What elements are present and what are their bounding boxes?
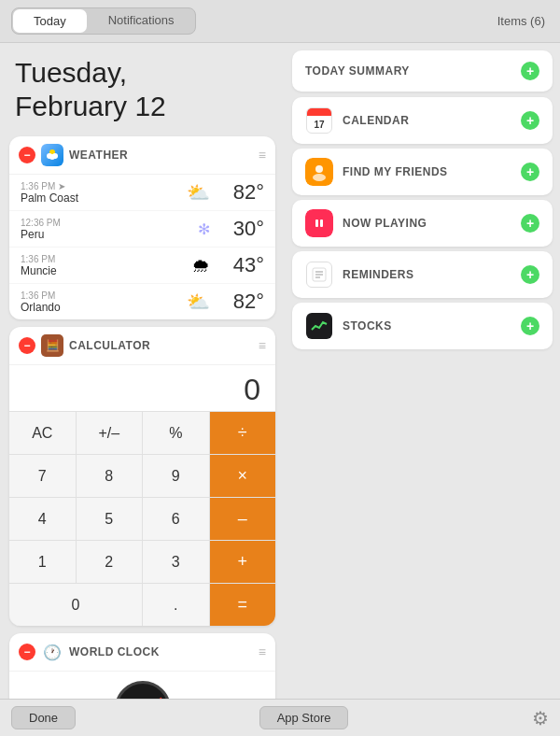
weather-remove-button[interactable]: − [19, 147, 35, 163]
date-header: Tuesday, February 12 [0, 43, 285, 133]
tab-bar: Today Notifications Items (6) [0, 0, 560, 43]
svg-point-6 [313, 174, 326, 181]
svg-rect-8 [315, 219, 318, 227]
tab-group: Today Notifications [11, 7, 196, 35]
today-summary-label: TODAY SUMMARY [305, 64, 521, 78]
svg-point-7 [312, 216, 327, 231]
worldclock-widget: − 🕐 WORLD CLOCK ≡ Paris [9, 633, 275, 701]
calc-2[interactable]: 2 [77, 541, 143, 583]
calculator-widget: − 🧮 CALCULATOR ≡ 0 AC +/– % ÷ 7 8 9 × [9, 327, 275, 626]
findmyfriends-label: FIND MY FRIENDS [343, 165, 521, 178]
calc-percent[interactable]: % [143, 412, 209, 454]
weather-row-2: 1:36 PM Muncie 🌧 43° [9, 248, 275, 284]
weather-widget: − WEATHER ≡ 1:36 PM ➤ Palm Co [9, 136, 275, 319]
today-summary-add-button[interactable]: + [521, 62, 539, 80]
calculator-widget-header: − 🧮 CALCULATOR ≡ [9, 327, 275, 365]
worldclock-header: − 🕐 WORLD CLOCK ≡ [9, 633, 275, 672]
right-panel: TODAY SUMMARY + 17 CALENDAR + [285, 43, 560, 701]
today-summary-header: TODAY SUMMARY + [292, 50, 553, 92]
weather-icon-1: ✻ [198, 220, 210, 238]
weather-row-0: 1:36 PM ➤ Palm Coast ⛅ 82° [9, 175, 275, 211]
calc-plus[interactable]: + [210, 541, 276, 583]
weather-row-3: 1:36 PM Orlando ⛅ 82° [9, 284, 275, 319]
calc-7[interactable]: 7 [9, 455, 76, 497]
calendar-icon: 17 [305, 106, 333, 134]
main-layout: Tuesday, February 12 − WEATHER ≡ [0, 43, 560, 701]
calc-ac[interactable]: AC [9, 412, 76, 454]
calculator-remove-button[interactable]: − [19, 337, 35, 354]
calc-5[interactable]: 5 [77, 498, 143, 540]
date-line2: February 12 [15, 90, 270, 123]
svg-point-5 [315, 165, 323, 173]
nowplaying-add-button[interactable]: + [521, 214, 539, 233]
weather-widget-header: − WEATHER ≡ [9, 136, 275, 175]
clock-container: Paris [9, 672, 275, 701]
stocks-icon [305, 312, 333, 340]
left-panel: Tuesday, February 12 − WEATHER ≡ [0, 43, 285, 701]
calc-8[interactable]: 8 [77, 455, 143, 497]
reminders-add-button[interactable]: + [521, 265, 539, 284]
svg-rect-4 [49, 156, 56, 159]
svg-rect-9 [320, 219, 323, 227]
right-item-stocks[interactable]: STOCKS + [292, 303, 553, 349]
nowplaying-label: NOW PLAYING [343, 217, 521, 230]
calc-3[interactable]: 3 [143, 541, 209, 583]
right-item-reminders[interactable]: REMINDERS + [292, 251, 553, 298]
calc-equals[interactable]: = [210, 584, 276, 626]
calc-divide[interactable]: ÷ [210, 412, 276, 454]
findmyfriends-icon [305, 158, 333, 186]
findmyfriends-add-button[interactable]: + [521, 163, 539, 181]
worldclock-icon: 🕐 [41, 641, 63, 663]
weather-icon-3: ⛅ [187, 290, 210, 313]
calc-0[interactable]: 0 [9, 584, 142, 626]
calc-plusminus[interactable]: +/– [77, 412, 143, 454]
calc-multiply[interactable]: × [210, 455, 276, 497]
weather-reorder-icon[interactable]: ≡ [259, 148, 266, 163]
calc-1[interactable]: 1 [9, 541, 76, 583]
calculator-reorder-icon[interactable]: ≡ [259, 338, 266, 353]
tab-notifications[interactable]: Notifications [88, 8, 195, 34]
analog-clock [115, 681, 171, 701]
right-item-nowplaying[interactable]: NOW PLAYING + [292, 200, 553, 247]
tab-today[interactable]: Today [13, 9, 87, 33]
date-line1: Tuesday, [15, 56, 270, 90]
nowplaying-icon [305, 209, 333, 237]
calendar-label: CALENDAR [343, 114, 521, 127]
settings-icon-button[interactable]: ⚙ [532, 707, 549, 729]
calc-4[interactable]: 4 [9, 498, 76, 540]
stocks-add-button[interactable]: + [521, 317, 539, 335]
weather-title: WEATHER [69, 149, 259, 162]
calculator-display: 0 [9, 365, 275, 411]
reminders-icon [305, 261, 333, 289]
worldclock-title: WORLD CLOCK [69, 645, 259, 658]
items-count: Items (6) [497, 14, 545, 28]
appstore-button[interactable]: App Store [259, 706, 349, 729]
worldclock-reorder-icon[interactable]: ≡ [259, 644, 266, 659]
weather-icon [41, 144, 63, 166]
calc-dot[interactable]: . [143, 584, 209, 626]
worldclock-remove-button[interactable]: − [19, 644, 35, 660]
calculator-grid: AC +/– % ÷ 7 8 9 × 4 5 6 – 1 2 3 + 0 [9, 411, 275, 626]
calc-9[interactable]: 9 [143, 455, 209, 497]
right-item-findmyfriends[interactable]: FIND MY FRIENDS + [292, 149, 553, 195]
calendar-add-button[interactable]: + [521, 111, 539, 130]
reminders-label: REMINDERS [343, 268, 521, 281]
calc-6[interactable]: 6 [143, 498, 209, 540]
stocks-label: STOCKS [343, 319, 521, 333]
right-item-calendar[interactable]: 17 CALENDAR + [292, 97, 553, 144]
bottom-bar: Done App Store ⚙ [0, 699, 560, 736]
calculator-icon: 🧮 [41, 334, 63, 357]
weather-icon-2: 🌧 [191, 255, 210, 276]
weather-row-1: 12:36 PM Peru ✻ 30° [9, 211, 275, 248]
calculator-title: CALCULATOR [69, 339, 259, 352]
done-button[interactable]: Done [11, 706, 76, 729]
weather-icon-0: ⛅ [187, 181, 210, 204]
calc-minus[interactable]: – [210, 498, 276, 540]
